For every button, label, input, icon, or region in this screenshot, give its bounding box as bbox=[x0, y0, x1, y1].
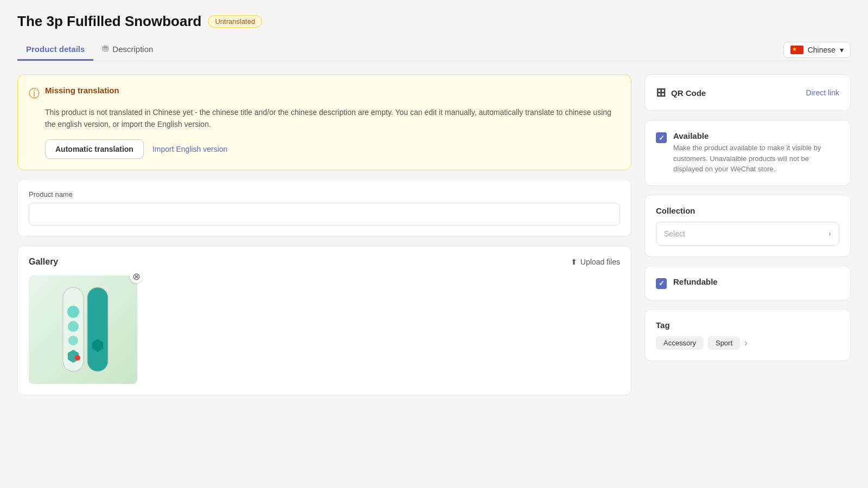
page-title: The 3p Fulfilled Snowboard bbox=[17, 13, 201, 30]
tag-chip-sport: Sport bbox=[708, 336, 740, 350]
available-desc: Make the product available to make it vi… bbox=[673, 143, 839, 175]
tag-title: Tag bbox=[656, 320, 839, 330]
svg-point-3 bbox=[68, 321, 79, 332]
warning-icon: ⓘ bbox=[29, 86, 40, 101]
refundable-label: Refundable bbox=[673, 277, 718, 286]
status-badge: Untranslated bbox=[208, 15, 262, 28]
warning-actions: Automatic translation Import English ver… bbox=[45, 139, 620, 159]
refundable-card: Refundable bbox=[644, 266, 851, 300]
gallery-image bbox=[29, 275, 137, 384]
svg-point-2 bbox=[67, 306, 79, 318]
refundable-info: Refundable bbox=[673, 277, 718, 288]
warning-title: Missing translation bbox=[45, 86, 119, 95]
tabs-row: Product details ⛃ Description Chinese ▾ bbox=[17, 38, 851, 61]
collection-select[interactable]: Select › bbox=[656, 222, 839, 246]
left-panel: ⓘ Missing translation This product is no… bbox=[17, 74, 631, 395]
product-name-input[interactable] bbox=[29, 203, 620, 226]
language-label: Chinese bbox=[808, 46, 835, 54]
upload-label: Upload files bbox=[580, 258, 620, 266]
collection-card: Collection Select › bbox=[644, 195, 851, 257]
gallery-card: Gallery ⬆ Upload files bbox=[17, 246, 631, 395]
svg-rect-7 bbox=[87, 287, 108, 371]
auto-translate-button[interactable]: Automatic translation bbox=[45, 139, 144, 159]
remove-image-button[interactable]: ⊗ bbox=[130, 270, 143, 283]
main-content: ⓘ Missing translation This product is no… bbox=[17, 74, 851, 395]
direct-link-button[interactable]: Direct link bbox=[806, 88, 839, 97]
available-card: Available Make the product available to … bbox=[644, 120, 851, 186]
chevron-down-icon: ▾ bbox=[840, 46, 844, 54]
gallery-header: Gallery ⬆ Upload files bbox=[29, 257, 620, 267]
description-icon: ⛃ bbox=[102, 44, 109, 54]
refundable-checkbox[interactable] bbox=[656, 278, 667, 289]
collection-title: Collection bbox=[656, 206, 839, 215]
warning-body: This product is not translated in Chines… bbox=[45, 106, 620, 131]
upload-files-button[interactable]: ⬆ Upload files bbox=[571, 258, 620, 266]
qr-code-icon: ⊞ bbox=[656, 86, 666, 100]
gallery-images: ⊗ bbox=[29, 275, 620, 384]
upload-icon: ⬆ bbox=[571, 258, 577, 266]
svg-point-4 bbox=[68, 336, 78, 345]
tab-product-details-label: Product details bbox=[26, 44, 85, 54]
tag-card: Tag Accessory Sport › bbox=[644, 309, 851, 361]
tag-chip-accessory: Accessory bbox=[656, 336, 704, 350]
chevron-right-icon: › bbox=[828, 229, 831, 239]
available-checkbox-row: Available Make the product available to … bbox=[656, 131, 839, 175]
qr-code-label: QR Code bbox=[671, 88, 706, 98]
missing-translation-card: ⓘ Missing translation This product is no… bbox=[17, 74, 631, 170]
qr-left: ⊞ QR Code bbox=[656, 86, 706, 100]
collection-select-placeholder: Select bbox=[664, 229, 685, 238]
tab-product-details[interactable]: Product details bbox=[17, 38, 93, 61]
tabs-container: Product details ⛃ Description bbox=[17, 38, 162, 61]
page-header: The 3p Fulfilled Snowboard Untranslated bbox=[17, 13, 851, 30]
product-name-card: Product name bbox=[17, 179, 631, 237]
svg-point-6 bbox=[75, 355, 80, 361]
flag-icon bbox=[790, 46, 803, 54]
language-selector[interactable]: Chinese ▾ bbox=[783, 42, 851, 58]
available-label: Available bbox=[673, 131, 839, 140]
available-checkbox[interactable] bbox=[656, 132, 667, 143]
warning-header: ⓘ Missing translation bbox=[29, 86, 620, 101]
import-english-button[interactable]: Import English version bbox=[152, 145, 228, 153]
tag-more-button[interactable]: › bbox=[744, 336, 748, 350]
qr-code-card: ⊞ QR Code Direct link bbox=[644, 74, 851, 111]
available-info: Available Make the product available to … bbox=[673, 131, 839, 175]
gallery-title: Gallery bbox=[29, 257, 58, 267]
gallery-image-item: ⊗ bbox=[29, 275, 137, 384]
right-panel: ⊞ QR Code Direct link Available Make the… bbox=[644, 74, 851, 395]
tab-description-label: Description bbox=[112, 44, 153, 54]
refundable-checkbox-row: Refundable bbox=[656, 277, 839, 289]
tab-description[interactable]: ⛃ Description bbox=[93, 38, 162, 61]
product-name-label: Product name bbox=[29, 190, 620, 198]
snowboard-image bbox=[42, 279, 124, 380]
tags-row: Accessory Sport › bbox=[656, 336, 839, 350]
